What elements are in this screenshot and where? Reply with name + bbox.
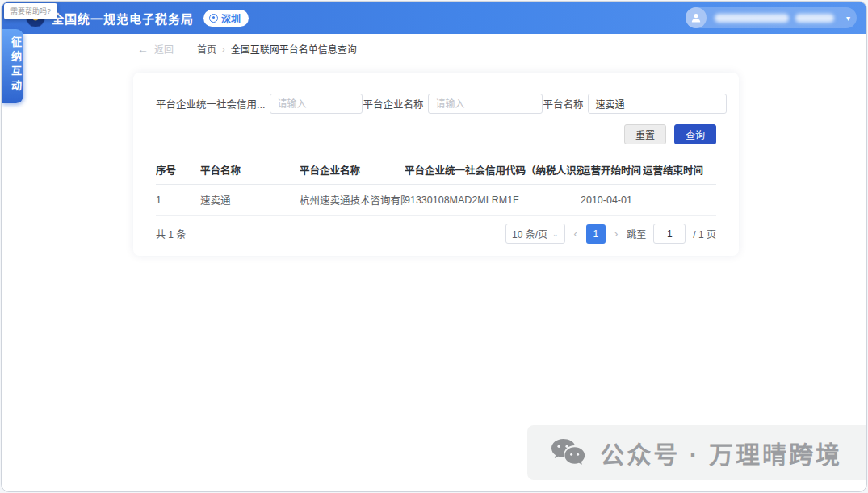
user-account-dropdown[interactable]: ▾	[686, 7, 857, 28]
page-number-button[interactable]: 1	[586, 224, 606, 244]
breadcrumb-current: 全国互联网平台名单信息查询	[231, 42, 357, 56]
prev-page-button[interactable]: ‹	[572, 228, 579, 240]
col-enterprise-name: 平台企业名称	[300, 157, 405, 185]
cell-platform-name: 速卖通	[200, 185, 300, 216]
platform-name-input[interactable]	[588, 94, 727, 114]
credit-code-label: 平台企业统一社会信用...	[156, 96, 265, 111]
enterprise-name-input[interactable]	[428, 94, 543, 114]
platform-name-label: 平台名称	[543, 96, 583, 111]
user-avatar	[686, 7, 707, 28]
jump-page-input[interactable]	[653, 224, 686, 244]
page-size-select[interactable]: 10 条/页 ⌄	[505, 224, 565, 244]
next-page-button[interactable]: ›	[613, 228, 619, 240]
help-tooltip[interactable]: 需要帮助吗?	[4, 3, 57, 19]
cell-serial: 1	[156, 185, 200, 216]
location-badge-label: 深圳	[221, 11, 241, 25]
field-enterprise-name: 平台企业名称	[363, 94, 543, 114]
table-header-row: 序号 平台名称 平台企业名称 平台企业统一社会信用代码（纳税人识别号） 运营开始…	[156, 157, 716, 185]
app-title: 全国统一规范电子税务局	[52, 10, 194, 27]
breadcrumb-home[interactable]: 首页	[197, 42, 216, 56]
col-credit-code: 平台企业统一社会信用代码（纳税人识别号）	[405, 157, 581, 185]
col-end-date: 运营结束时间	[643, 157, 716, 185]
page-size-value: 10 条/页	[512, 227, 547, 240]
sidebar-tab-interaction[interactable]: 征纳互动	[2, 29, 23, 103]
breadcrumb-separator: ›	[222, 44, 225, 54]
cell-enterprise-name: 杭州速卖通技术咨询有限公司	[300, 185, 405, 216]
person-icon	[690, 12, 702, 23]
field-credit-code: 平台企业统一社会信用...	[156, 94, 363, 114]
query-panel: 平台企业统一社会信用... 平台企业名称 平台名称 重置 查询	[133, 73, 739, 256]
watermark-text: 公众号 · 万理晴跨境	[600, 435, 842, 470]
reset-button[interactable]: 重置	[624, 124, 666, 144]
chevron-down-icon: ⌄	[552, 230, 559, 238]
redacted-username	[715, 14, 789, 23]
col-serial: 序号	[156, 157, 200, 185]
back-link[interactable]: 返回	[154, 42, 174, 56]
form-actions: 重置 查询	[156, 124, 716, 144]
pagination: 共 1 条 10 条/页 ⌄ ‹ 1 › 跳至 / 1 页	[156, 224, 716, 244]
cell-credit-code: 91330108MAD2MLRM1F	[405, 185, 581, 216]
location-badge[interactable]: 深圳	[203, 10, 249, 27]
redacted-username	[795, 14, 834, 23]
wechat-watermark: 公众号 · 万理晴跨境	[527, 425, 866, 480]
col-start-date: 运营开始时间	[581, 157, 643, 185]
jump-to-label: 跳至	[627, 227, 646, 240]
cell-end-date	[643, 185, 716, 216]
back-arrow-icon[interactable]: ←	[137, 43, 149, 56]
field-platform-name: 平台名称	[543, 94, 727, 114]
chevron-down-icon: ▾	[846, 14, 850, 23]
col-platform-name: 平台名称	[200, 157, 300, 185]
query-button[interactable]: 查询	[674, 124, 716, 144]
app-header: 全国统一规范电子税务局 深圳 ▾	[2, 2, 866, 34]
location-pin-icon	[209, 14, 218, 23]
browser-window: 全国统一规范电子税务局 深圳 ▾ 需要帮助吗? 征纳互动 ← 返回 首页 › 全…	[1, 1, 867, 492]
wechat-icon	[550, 437, 588, 469]
table-row[interactable]: 1 速卖通 杭州速卖通技术咨询有限公司 91330108MAD2MLRM1F 2…	[156, 185, 716, 216]
cell-start-date: 2010-04-01	[581, 185, 643, 216]
total-count: 共 1 条	[156, 227, 186, 240]
results-table: 序号 平台名称 平台企业名称 平台企业统一社会信用代码（纳税人识别号） 运营开始…	[156, 157, 716, 216]
enterprise-name-label: 平台企业名称	[363, 96, 423, 111]
breadcrumb: ← 返回 首页 › 全国互联网平台名单信息查询	[137, 42, 357, 56]
total-pages-label: / 1 页	[693, 227, 716, 240]
credit-code-input[interactable]	[270, 94, 363, 114]
query-form: 平台企业统一社会信用... 平台企业名称 平台名称	[156, 94, 716, 114]
